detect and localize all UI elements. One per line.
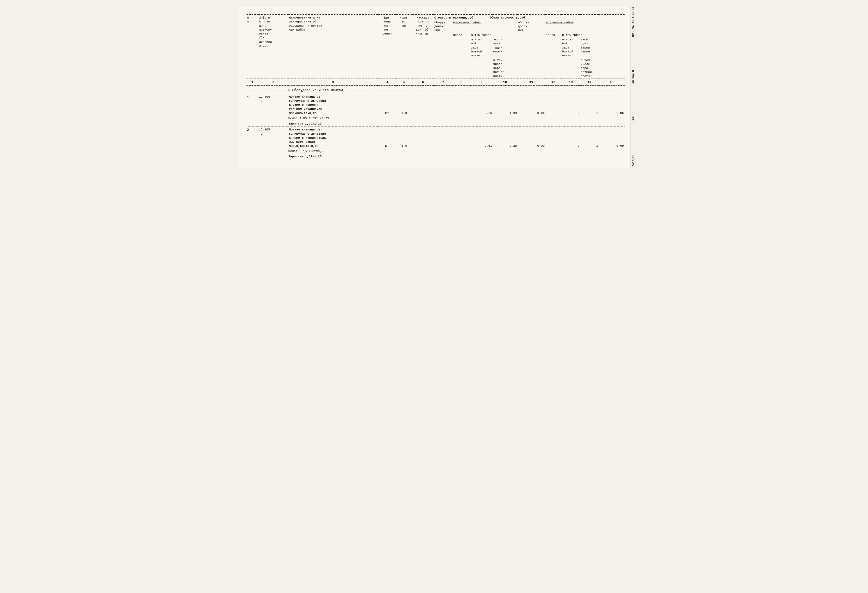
r2-price-empty2	[258, 149, 288, 154]
cn5: 5	[396, 80, 412, 85]
h4-osnovnoy2: основ-нойзара-ботнойплаты	[561, 37, 580, 58]
h4-exp1: эксп-луа-тациимашин	[493, 37, 517, 58]
right-label-top: Тип. пр.-96-1-76-86	[632, 7, 635, 37]
header-col4: Еди-ницаиз-ме-рения	[378, 15, 396, 79]
header-vtom1: в том числе	[470, 33, 517, 37]
row1-mass2	[434, 95, 452, 116]
section-header-text: П.Оборудование и его монтаж	[288, 86, 624, 94]
table-row: Цена: 1,85+1,59х х0,25	[247, 116, 624, 121]
row1-col14: 2	[580, 95, 598, 116]
cn10: 10	[493, 80, 517, 85]
table-row: Зарплата 1,59x1,25	[247, 121, 624, 127]
section-header-row: П.Оборудование и его монтаж	[247, 86, 624, 94]
r2-salary-note: Зарплата 1,82x1,25	[288, 154, 378, 159]
header-cost-label: Стоимость единицы,руб. Общая стоимость,р…	[434, 15, 599, 20]
row2-col8	[452, 127, 470, 149]
row2-col12	[545, 127, 561, 149]
header-col5: Коли-чест-во	[396, 15, 412, 79]
row2-unit: шт	[378, 127, 396, 149]
row1-shifr: 12-805--1	[258, 95, 288, 116]
col-numbers-row: 1 2 3 4 5 6 7 8 9 10 11 12 13 14 15	[247, 80, 624, 85]
r2-price-rest	[378, 149, 624, 154]
r2-sal-rest	[378, 154, 624, 159]
cn3: 3	[288, 80, 378, 85]
row1-col9: 2,25	[470, 95, 493, 116]
row2-col13: 3	[561, 127, 580, 149]
row2-qty: 1,0	[396, 127, 412, 149]
h5-5	[545, 58, 561, 79]
h5-4	[517, 58, 545, 79]
row1-col15: 0,06	[599, 95, 624, 116]
header-row: Technical specification table №пп Шифр и…	[247, 15, 624, 20]
row1-col13: 2	[561, 95, 580, 116]
row1-col10: 1,99	[493, 95, 517, 116]
main-table: Technical specification table №пп Шифр и…	[247, 14, 624, 159]
r1-sal-rest	[378, 121, 624, 127]
header-vsego2: всего	[545, 33, 561, 37]
row2-col14: 2	[580, 127, 598, 149]
r1-salary-note: Зарплата 1,59x1,25	[288, 121, 378, 127]
h5-3	[470, 58, 493, 79]
row1-name: Монтаж клапана ре- гулирующего 25ч939нж …	[288, 95, 378, 116]
h5-vtom2: в томчислезара-ботнойплаты	[580, 58, 598, 79]
r1-sal-empty2	[258, 121, 288, 127]
right-label-page: 108	[632, 117, 635, 122]
header-vtom2: в том числе	[561, 33, 599, 37]
h4-osnovnoy1: основ-нойзара-ботнойплаты	[470, 37, 493, 58]
row1-qty: 1,0	[396, 95, 412, 116]
row1-num: 1	[247, 95, 258, 116]
h4-1	[434, 37, 452, 58]
row1-mass1	[412, 95, 434, 116]
header-montazh1: монтажных работ	[452, 20, 517, 33]
r1-price-empty2	[258, 116, 288, 121]
cn12: 12	[545, 80, 561, 85]
row2-name: Монтаж клапана ре- гулирующего 25ч939нж …	[288, 127, 378, 149]
r1-price-rest	[378, 116, 624, 121]
h4-exp2: эксп-луа-тациимашин	[580, 37, 598, 58]
right-label-bottom: 2402-05	[632, 155, 635, 167]
row1-col12	[545, 95, 561, 116]
r1-price-note: Цена: 1,85+1,59х х0,25	[288, 116, 378, 121]
r2-price-empty1	[247, 149, 258, 154]
h4-4	[545, 37, 561, 58]
table-row: 1 12-805--1 Монтаж клапана ре- гулирующе…	[247, 95, 624, 116]
header-col3: Наименование и ха-рактеристика обо-рудов…	[288, 15, 378, 79]
table-row: 2 12-805--2 Монтаж клапана ре- гулирующе…	[247, 127, 624, 149]
header-oboru2: обору-дова-ния	[517, 20, 545, 33]
cn8: 8	[452, 80, 470, 85]
section-header-shifr	[258, 86, 288, 94]
right-label-middle: Альбом 8	[632, 70, 635, 84]
header-vsego1: всего	[452, 33, 470, 37]
row2-shifr: 12-805--2	[258, 127, 288, 149]
cn9: 9	[470, 80, 493, 85]
header-montazh2: монтажных работ	[545, 20, 599, 33]
table-row: Цена: 2,15+1,82x0,25	[247, 149, 624, 154]
row2-col15: 0,09	[599, 127, 624, 149]
section-header-num	[247, 86, 258, 94]
r2-sal-empty1	[247, 154, 258, 159]
header-oboru1: обору-дова-ния	[434, 20, 452, 33]
header-col1: Technical specification table №пп	[247, 15, 258, 79]
row2-col10: 2,28	[493, 127, 517, 149]
r2-sal-empty2	[258, 154, 288, 159]
h5-1	[434, 58, 452, 79]
h4-2	[452, 37, 470, 58]
r1-price-empty1	[247, 116, 258, 121]
header-skip2	[517, 33, 545, 37]
h4-3	[517, 37, 545, 58]
header-skip	[434, 33, 452, 37]
header-col6: Масса,тбруттонеттоеди- об-ницы щая	[412, 15, 434, 79]
h5-2	[452, 58, 470, 79]
h5-vtom1: в томчислезара-ботнойплаты	[493, 58, 517, 79]
header-col2: Шифр и№ пози-ций,прейску-рантаУСН,ценник…	[258, 15, 288, 79]
table-row: Зарплата 1,82x1,25	[247, 154, 624, 159]
cn14: 14	[580, 80, 598, 85]
right-side-panel: Тип. пр.-96-1-76-86 Альбом 8 108 2402-05	[631, 6, 636, 168]
row1-unit: шт	[378, 95, 396, 116]
cn2: 2	[258, 80, 288, 85]
row2-num: 2	[247, 127, 258, 149]
row2-col9: 2,61	[470, 127, 493, 149]
row1-col11: 0,06	[517, 95, 545, 116]
r2-price-note: Цена: 2,15+1,82x0,25	[288, 149, 378, 154]
cn13: 13	[561, 80, 580, 85]
